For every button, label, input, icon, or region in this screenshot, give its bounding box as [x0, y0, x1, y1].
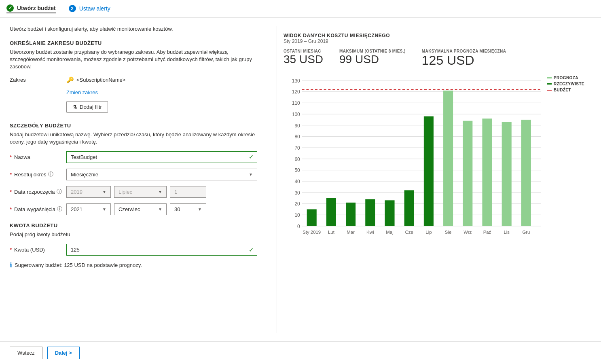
chart-container: WIDOK DANYCH KOSZTU MIESIĘCZNEGO Sty 201… — [277, 26, 591, 333]
budget-amount-desc: Podaj próg kwoty budżetu — [10, 231, 257, 238]
amount-row: * Kwota (USD) ✓ — [10, 244, 257, 256]
tab-check-icon: ✓ — [6, 4, 14, 12]
reset-period-select-wrapper: Miesięcznie ▼ — [66, 169, 257, 180]
svg-text:Paź: Paź — [483, 230, 491, 235]
svg-text:Lis: Lis — [504, 230, 510, 235]
end-date-label: * Data wygaśnięcia ⓘ — [10, 205, 66, 213]
filter-icon: ⚗ — [72, 104, 77, 110]
svg-text:130: 130 — [292, 78, 300, 84]
end-month-select[interactable]: Czerwiec ▼ — [114, 203, 167, 215]
start-date-row: * Data rozpoczęcia ⓘ 2019 ▼ Lipiec ▼ — [10, 186, 257, 198]
tab-set-alerts[interactable]: 2 Ustaw alerty — [69, 5, 110, 13]
budget-details-desc: Nadaj budżetowi unikatową nazwę. Wybierz… — [10, 131, 257, 146]
chevron-down-icon: ▼ — [102, 207, 106, 212]
budget-amount-section: KWOTA BUDŻETU Podaj próg kwoty budżetu *… — [10, 222, 257, 269]
svg-text:Sty 2019: Sty 2019 — [303, 230, 321, 235]
svg-rect-39 — [521, 120, 531, 226]
legend-forecast-icon — [547, 77, 552, 78]
stat-max: MAKSIMUM (OSTATNIE 8 MIES.) 99 USD — [339, 49, 406, 68]
chart-title: WIDOK DANYCH KOSZTU MIESIĘCZNEGO — [284, 33, 584, 38]
svg-text:110: 110 — [292, 100, 300, 106]
back-button[interactable]: Wstecz — [10, 347, 42, 359]
amount-input-wrapper: ✓ — [66, 244, 257, 256]
svg-text:Lip: Lip — [425, 230, 432, 235]
svg-rect-28 — [307, 210, 317, 226]
svg-rect-31 — [365, 199, 375, 226]
amount-valid-icon: ✓ — [249, 246, 254, 254]
reset-period-info-icon: ⓘ — [48, 171, 53, 178]
svg-text:Lut: Lut — [328, 230, 335, 235]
name-valid-icon: ✓ — [249, 153, 254, 161]
next-button[interactable]: Dalej > — [47, 347, 80, 359]
scope-name: <SubscriptionName> — [76, 77, 125, 83]
svg-text:Sie: Sie — [445, 230, 451, 235]
svg-text:Maj: Maj — [386, 230, 393, 235]
start-month-value: Lipiec — [119, 189, 132, 195]
svg-rect-29 — [326, 198, 336, 226]
tabs-bar: ✓ Utwórz budżet 2 Ustaw alerty — [0, 0, 601, 18]
svg-text:Gru: Gru — [522, 230, 530, 235]
budget-details-section: SZCZEGÓŁY BUDŻETU Nadaj budżetowi unikat… — [10, 123, 257, 215]
svg-rect-37 — [482, 119, 492, 226]
end-date-info-icon: ⓘ — [57, 205, 62, 213]
change-scope-link[interactable]: Zmień zakres — [66, 89, 257, 95]
svg-rect-36 — [463, 121, 472, 226]
tab-create-budget[interactable]: ✓ Utwórz budżet — [6, 4, 56, 13]
svg-text:Kwi: Kwi — [366, 230, 374, 235]
add-filter-label: Dodaj filtr — [80, 104, 102, 110]
bar-chart-svg: 0102030405060708090100110120130 Sty 2019… — [284, 76, 584, 245]
svg-text:40: 40 — [294, 179, 300, 184]
budget-details-title: SZCZEGÓŁY BUDŻETU — [10, 123, 257, 129]
svg-text:20: 20 — [294, 201, 300, 207]
start-date-label: * Data rozpoczęcia ⓘ — [10, 188, 66, 195]
right-panel: WIDOK DANYCH KOSZTU MIESIĘCZNEGO Sty 201… — [267, 18, 601, 341]
start-month-select[interactable]: Lipiec ▼ — [114, 186, 167, 198]
scope-section: OKREŚLANIE ZAKRESU BUDŻETU Utworzony bud… — [10, 40, 257, 113]
amount-label: * Kwota (USD) — [10, 247, 66, 253]
scope-section-desc: Utworzony budżet zostanie przypisany do … — [10, 49, 257, 71]
key-icon: 🔑 — [66, 76, 74, 84]
name-label: * Nazwa — [10, 154, 66, 160]
end-day-select[interactable]: 30 ▼ — [170, 203, 206, 215]
start-day-select[interactable]: 1 — [170, 186, 206, 198]
name-input[interactable] — [66, 151, 257, 163]
info-circle-icon: ℹ — [10, 261, 12, 269]
svg-text:80: 80 — [294, 134, 300, 140]
svg-text:70: 70 — [294, 145, 300, 151]
start-day-value: 1 — [174, 189, 177, 195]
legend-actual-label: RZECZYWISTE — [554, 82, 584, 86]
scope-row: Zakres 🔑 <SubscriptionName> — [10, 76, 257, 84]
end-year-value: 2021 — [71, 206, 83, 212]
svg-text:30: 30 — [294, 190, 300, 196]
end-day-value: 30 — [174, 206, 180, 212]
svg-text:60: 60 — [294, 157, 300, 162]
legend-budget: BUDŻET — [547, 88, 584, 92]
chevron-down-icon: ▼ — [158, 190, 162, 194]
scope-section-title: OKREŚLANIE ZAKRESU BUDŻETU — [10, 40, 257, 46]
start-year-select[interactable]: 2019 ▼ — [66, 186, 111, 198]
reset-period-row: * Resetuj okres ⓘ Miesięcznie ▼ — [10, 169, 257, 180]
stat-forecast-value: 125 USD — [422, 53, 506, 68]
chevron-down-icon: ▼ — [158, 207, 162, 212]
svg-text:50: 50 — [294, 168, 300, 174]
left-panel: Utwórz budżet i skonfiguruj alerty, aby … — [0, 18, 267, 341]
start-date-selects: 2019 ▼ Lipiec ▼ 1 — [66, 186, 257, 198]
reset-period-select[interactable]: Miesięcznie ▼ — [66, 169, 257, 180]
chevron-down-icon: ▼ — [102, 190, 106, 194]
scope-label: Zakres — [10, 77, 66, 83]
add-filter-button[interactable]: ⚗ Dodaj filtr — [66, 101, 108, 113]
legend-budget-icon — [547, 90, 552, 91]
start-date-info-icon: ⓘ — [57, 188, 62, 195]
name-input-wrapper: ✓ — [66, 151, 257, 163]
suggestion-row: ℹ Sugerowany budżet: 125 USD na podstawi… — [10, 261, 257, 269]
chart-area: PROGNOZA RZECZYWISTE BUDŻET 01 — [284, 76, 584, 247]
suggestion-text: Sugerowany budżet: 125 USD na podstawie … — [15, 262, 142, 268]
stat-last-month-value: 35 USD — [284, 53, 323, 66]
svg-text:Mar: Mar — [347, 230, 355, 235]
legend-forecast-label: PROGNOZA — [554, 76, 578, 80]
legend-actual: RZECZYWISTE — [547, 82, 584, 86]
end-year-select[interactable]: 2021 ▼ — [66, 203, 111, 215]
end-month-value: Czerwiec — [119, 206, 140, 212]
footer: Wstecz Dalej > — [0, 341, 601, 364]
amount-input[interactable] — [66, 244, 257, 256]
